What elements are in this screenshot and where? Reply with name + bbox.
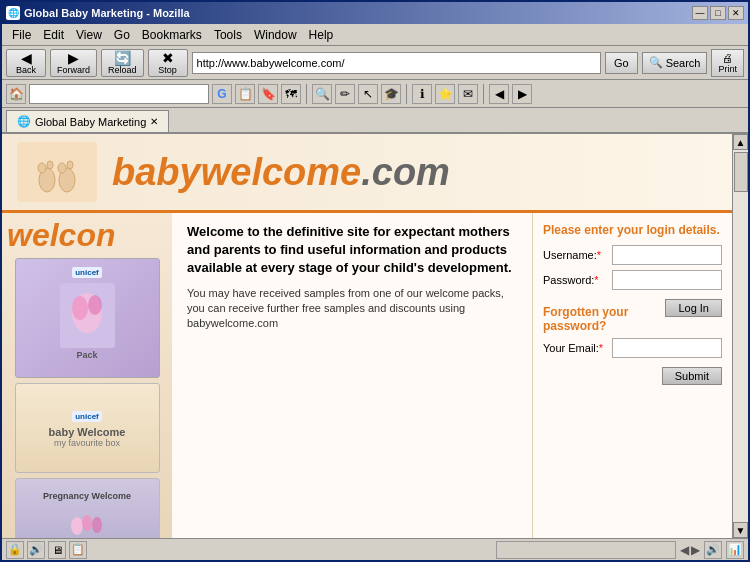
address-input[interactable] xyxy=(192,52,601,74)
forward-icon: ▶ xyxy=(68,51,79,65)
back-button[interactable]: ◀ Back xyxy=(6,49,46,77)
scrollbar: ▲ ▼ xyxy=(732,134,748,538)
welcome-text: welcon xyxy=(7,218,167,253)
status-nav-prev[interactable]: ◀ xyxy=(680,543,689,557)
tab-label: Global Baby Marketing xyxy=(35,116,146,128)
logo-baby: babywelcome xyxy=(112,151,361,193)
password-row: Password:* xyxy=(543,270,722,290)
address-input-wrap xyxy=(192,52,601,74)
menu-help[interactable]: Help xyxy=(303,26,340,44)
email-label: Your Email:* xyxy=(543,342,612,354)
svg-point-12 xyxy=(82,515,92,531)
stop-icon: ✖ xyxy=(162,51,174,65)
go-button[interactable]: Go xyxy=(605,52,638,74)
toolbar2-search-input[interactable] xyxy=(29,84,209,104)
password-label: Password:* xyxy=(543,274,612,286)
print-label: Print xyxy=(718,64,737,74)
cursor-icon[interactable]: ↖ xyxy=(358,84,378,104)
password-input[interactable] xyxy=(612,270,722,290)
menu-file[interactable]: File xyxy=(6,26,37,44)
menu-window[interactable]: Window xyxy=(248,26,303,44)
separator xyxy=(306,84,307,104)
svg-rect-0 xyxy=(22,145,92,200)
menu-bar: File Edit View Go Bookmarks Tools Window… xyxy=(2,24,748,46)
globe-icon[interactable]: 🔖 xyxy=(258,84,278,104)
site-logo: babywelcome.com xyxy=(112,151,450,194)
email-input[interactable] xyxy=(612,338,722,358)
g-icon[interactable]: G xyxy=(212,84,232,104)
prev-icon[interactable]: ◀ xyxy=(489,84,509,104)
status-icon-2: 🔊 xyxy=(27,541,45,559)
tab-close-button[interactable]: ✕ xyxy=(150,116,158,127)
site-middle-column: Welcome to the definitive site for expec… xyxy=(172,213,532,538)
status-icon-3: 🖥 xyxy=(48,541,66,559)
status-nav-next[interactable]: ▶ xyxy=(691,543,700,557)
close-button[interactable]: ✕ xyxy=(728,6,744,20)
header-baby-image xyxy=(17,142,97,202)
address-bar: ◀ Back ▶ Forward 🔄 Reload ✖ Stop Go 🔍 Se… xyxy=(2,46,748,80)
logo-com: .com xyxy=(361,151,450,193)
svg-point-5 xyxy=(47,161,53,169)
copy-icon[interactable]: 📋 xyxy=(235,84,255,104)
menu-go[interactable]: Go xyxy=(108,26,136,44)
maximize-button[interactable]: □ xyxy=(710,6,726,20)
forward-label: Forward xyxy=(57,65,90,75)
username-row: Username:* xyxy=(543,245,722,265)
content-area: babywelcome.com welcon unicef xyxy=(2,134,748,538)
tab-bar: 🌐 Global Baby Marketing ✕ xyxy=(2,108,748,134)
baby-welcome-sub: my favourite box xyxy=(54,438,120,448)
unicef-badge-2: unicef xyxy=(72,411,102,422)
baby-welcome-label: baby Welcome xyxy=(49,426,126,438)
scroll-down-button[interactable]: ▼ xyxy=(733,522,748,538)
svg-point-13 xyxy=(92,517,102,533)
svg-point-11 xyxy=(71,517,83,535)
back-label: Back xyxy=(16,65,36,75)
intro-bold-text: Welcome to the definitive site for expec… xyxy=(187,223,517,278)
mail-icon[interactable]: ✉ xyxy=(458,84,478,104)
reload-button[interactable]: 🔄 Reload xyxy=(101,49,144,77)
pack-card-3: Pregnancy Welcome xyxy=(15,478,160,538)
scroll-up-button[interactable]: ▲ xyxy=(733,134,748,150)
browser-window: 🌐 Global Baby Marketing - Mozilla — □ ✕ … xyxy=(0,0,750,562)
zoom-icon[interactable]: 🔍 xyxy=(312,84,332,104)
menu-view[interactable]: View xyxy=(70,26,108,44)
site-header: babywelcome.com xyxy=(2,134,732,213)
scroll-thumb[interactable] xyxy=(734,152,748,192)
status-icons: 🔒 🔊 🖥 📋 xyxy=(6,541,87,559)
star-icon[interactable]: ⭐ xyxy=(435,84,455,104)
back-icon: ◀ xyxy=(21,51,32,65)
status-search-input[interactable] xyxy=(496,541,676,559)
separator3 xyxy=(483,84,484,104)
pack-label-1: Pack xyxy=(76,350,97,360)
window-title: Global Baby Marketing - Mozilla xyxy=(24,7,190,19)
title-bar-buttons: — □ ✕ xyxy=(692,6,744,20)
minimize-button[interactable]: — xyxy=(692,6,708,20)
map-icon[interactable]: 🗺 xyxy=(281,84,301,104)
tab-icon: 🌐 xyxy=(17,115,31,128)
username-input[interactable] xyxy=(612,245,722,265)
login-title: Please enter your login details. xyxy=(543,223,722,237)
search-button[interactable]: 🔍 Search xyxy=(642,52,708,74)
login-button[interactable]: Log In xyxy=(665,299,722,317)
status-icon-4: 📋 xyxy=(69,541,87,559)
svg-point-9 xyxy=(72,296,88,320)
tab-global-baby[interactable]: 🌐 Global Baby Marketing ✕ xyxy=(6,110,169,132)
next-icon[interactable]: ▶ xyxy=(512,84,532,104)
submit-button[interactable]: Submit xyxy=(662,367,722,385)
status-bar: 🔒 🔊 🖥 📋 ◀ ▶ 🔊 📊 xyxy=(2,538,748,560)
separator2 xyxy=(406,84,407,104)
status-extra-1: 🔊 xyxy=(704,541,722,559)
print-button[interactable]: 🖨 Print xyxy=(711,49,744,77)
pack-card-2: unicef baby Welcome my favourite box xyxy=(15,383,160,473)
pencil-icon[interactable]: ✏ xyxy=(335,84,355,104)
menu-bookmarks[interactable]: Bookmarks xyxy=(136,26,208,44)
info-icon[interactable]: ℹ xyxy=(412,84,432,104)
title-bar: 🌐 Global Baby Marketing - Mozilla — □ ✕ xyxy=(2,2,748,24)
hat-icon[interactable]: 🎓 xyxy=(381,84,401,104)
stop-button[interactable]: ✖ Stop xyxy=(148,49,188,77)
menu-tools[interactable]: Tools xyxy=(208,26,248,44)
site-left-column: welcon unicef Pack xyxy=(2,213,172,538)
menu-edit[interactable]: Edit xyxy=(37,26,70,44)
forward-button[interactable]: ▶ Forward xyxy=(50,49,97,77)
home-icon[interactable]: 🏠 xyxy=(6,84,26,104)
